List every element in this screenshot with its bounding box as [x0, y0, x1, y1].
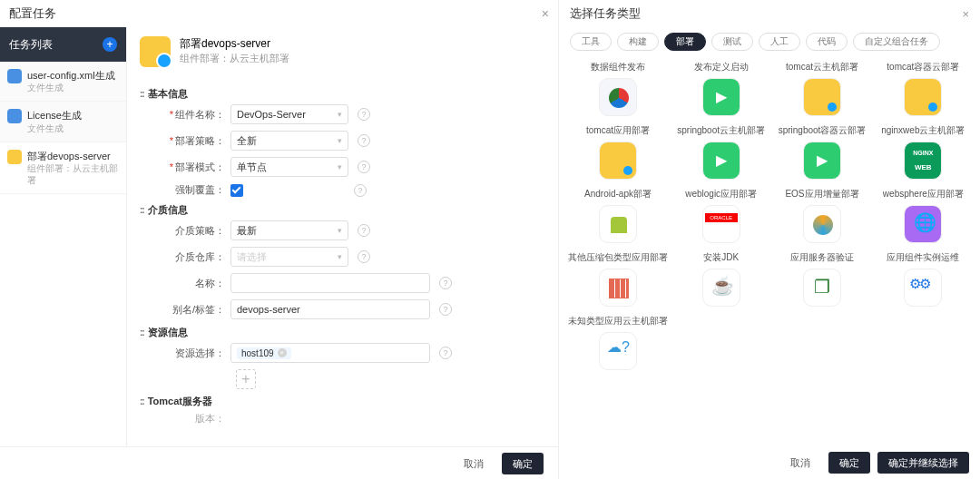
mode-select[interactable]: 单节点 ▾ [230, 157, 348, 177]
task-type-card[interactable]: nginxweb云主机部署 [876, 125, 971, 180]
task-type-card[interactable]: 应用服务器验证 [774, 252, 869, 307]
task-type-card[interactable]: 发布定义启动 [673, 62, 769, 116]
globe-icon [904, 205, 942, 243]
card-label: 未知类型应用云主机部署 [568, 316, 668, 327]
green-icon [803, 142, 841, 180]
task-icon [7, 69, 22, 83]
add-task-button[interactable]: + [103, 37, 117, 52]
help-icon[interactable]: ? [439, 347, 452, 359]
help-icon[interactable]: ? [358, 134, 370, 147]
task-type-card[interactable]: 数据组件发布 [568, 62, 668, 116]
name-input[interactable] [230, 273, 430, 293]
resource-tag: host109× [237, 347, 291, 359]
sidebar-item-sub: 文件生成 [27, 122, 82, 134]
chevron-down-icon: ▾ [338, 252, 342, 261]
label-alias: 别名/标签： [140, 303, 230, 317]
left-close-icon[interactable]: × [542, 6, 549, 21]
alias-input[interactable]: devops-server [230, 299, 430, 319]
andr-icon [599, 205, 637, 243]
card-label: EOS应用增量部署 [785, 189, 858, 200]
label-media-repo: 介质仓库： [140, 250, 230, 264]
right-cancel-button[interactable]: 取消 [779, 452, 821, 474]
right-ok-button[interactable]: 确定 [828, 452, 870, 474]
sidebar-item-title: user-config.xml生成 [27, 69, 115, 82]
tom-icon [803, 78, 841, 116]
tab-人工[interactable]: 人工 [759, 33, 800, 51]
task-type-card[interactable]: weblogic应用部署 [673, 189, 769, 243]
card-label: websphere应用部署 [883, 189, 964, 200]
task-type-card[interactable]: 应用组件实例运维 [876, 252, 971, 307]
task-header-title: 部署devops-server [180, 36, 289, 52]
task-type-card[interactable]: websphere应用部署 [876, 189, 971, 243]
component-select[interactable]: DevOps-Server ▾ [230, 104, 348, 124]
card-label: 发布定义启动 [694, 62, 749, 73]
tab-测试[interactable]: 测试 [711, 33, 753, 51]
oracle-icon [702, 205, 740, 243]
tom-icon [904, 78, 942, 116]
task-type-card[interactable]: Android-apk部署 [568, 189, 668, 243]
tab-代码[interactable]: 代码 [806, 33, 848, 51]
label-strategy: 部署策略： [175, 135, 225, 146]
task-type-card[interactable]: tomcat应用部署 [568, 125, 668, 180]
task-type-card[interactable]: springboot云主机部署 [673, 125, 769, 180]
task-type-card[interactable]: 其他压缩包类型应用部署 [568, 252, 668, 307]
chevron-down-icon: ▾ [338, 226, 342, 235]
help-icon[interactable]: ? [354, 184, 367, 197]
task-header-sub: 组件部署：从云主机部署 [180, 52, 289, 65]
label-resource: 资源选择： [140, 347, 230, 360]
task-type-card[interactable]: EOS应用增量部署 [774, 189, 869, 243]
section-basic: 基本信息 [140, 87, 545, 101]
help-icon[interactable]: ? [358, 161, 370, 173]
resource-select[interactable]: host109× [230, 343, 430, 363]
media-strategy-select[interactable]: 最新 ▾ [230, 220, 348, 240]
sidebar-item-title: License生成 [27, 109, 82, 122]
card-label: 其他压缩包类型应用部署 [568, 252, 668, 263]
sidebar-item-title: 部署devops-server [27, 150, 119, 162]
sidebar-item[interactable]: user-config.xml生成文件生成 [0, 62, 126, 102]
task-type-card[interactable]: 安装JDK [673, 252, 769, 307]
strategy-select[interactable]: 全新 ▾ [230, 131, 348, 151]
card-label: 数据组件发布 [591, 62, 645, 73]
gears-icon [904, 269, 942, 307]
task-type-card[interactable]: tomcat云主机部署 [774, 62, 869, 116]
label-mode: 部署模式： [175, 161, 225, 172]
card-label: springboot云主机部署 [677, 125, 765, 136]
sidebar-header-label: 任务列表 [9, 37, 53, 53]
card-label: tomcat应用部署 [586, 125, 650, 136]
help-icon[interactable]: ? [439, 277, 452, 289]
cancel-button[interactable]: 取消 [453, 453, 495, 474]
add-resource-button[interactable]: + [236, 369, 256, 389]
right-close-icon[interactable]: × [962, 7, 969, 21]
help-icon[interactable]: ? [358, 224, 370, 237]
card-label: 安装JDK [703, 252, 739, 263]
card-label: tomcat容器云部署 [887, 62, 959, 73]
chevron-down-icon: ▾ [338, 162, 342, 171]
right-ok-continue-button[interactable]: 确定并继续选择 [877, 452, 969, 474]
nginx-icon [904, 142, 942, 180]
label-force: 强制覆盖： [140, 183, 230, 197]
sidebar-item[interactable]: 部署devops-server组件部署：从云主机部署 [0, 142, 126, 194]
card-label: 应用组件实例运维 [887, 252, 959, 263]
card-label: springboot容器云部署 [779, 125, 867, 136]
tab-自定义组合任务[interactable]: 自定义组合任务 [853, 33, 940, 51]
media-repo-select[interactable]: 请选择 ▾ [230, 247, 348, 267]
force-checkbox[interactable] [230, 184, 243, 197]
task-type-card[interactable]: tomcat容器云部署 [876, 62, 971, 116]
label-media-strategy: 介质策略： [140, 224, 230, 238]
help-icon[interactable]: ? [439, 303, 452, 316]
tab-构建[interactable]: 构建 [617, 33, 659, 51]
section-media: 介质信息 [140, 203, 545, 217]
remove-tag-icon[interactable]: × [278, 348, 287, 357]
right-panel-title: 选择任务类型 [570, 5, 641, 22]
tab-部署[interactable]: 部署 [664, 33, 706, 51]
task-type-card[interactable]: springboot容器云部署 [774, 125, 869, 180]
tab-工具[interactable]: 工具 [570, 33, 612, 51]
sidebar-item[interactable]: License生成文件生成 [0, 102, 126, 142]
sidebar-item-sub: 组件部署：从云主机部署 [27, 162, 119, 186]
help-icon[interactable]: ? [358, 250, 370, 263]
task-type-card[interactable]: 未知类型应用云主机部署 [568, 316, 668, 370]
chevron-down-icon: ▾ [338, 136, 342, 145]
ok-button[interactable]: 确定 [502, 453, 544, 474]
help-icon[interactable]: ? [358, 108, 370, 121]
card-label: Android-apk部署 [584, 189, 652, 200]
